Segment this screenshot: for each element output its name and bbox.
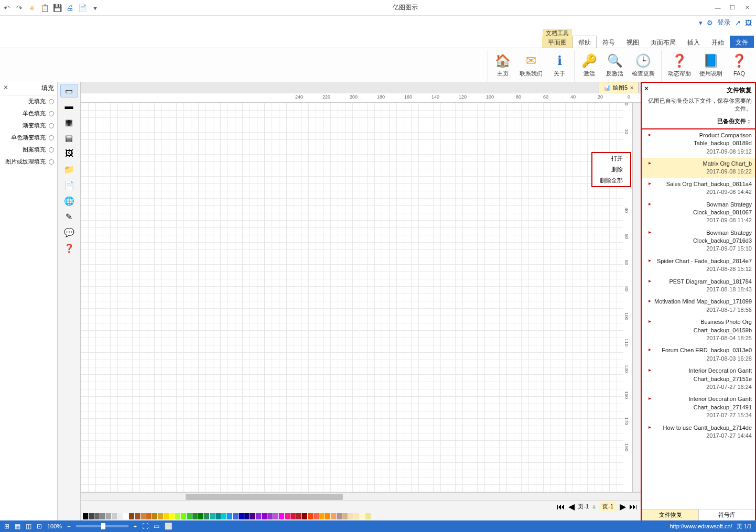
color-swatch[interactable] <box>89 513 94 519</box>
fullscreen-icon[interactable]: ⬜ <box>165 523 172 530</box>
drawing-canvas[interactable] <box>81 103 623 492</box>
recovery-list[interactable]: ▸Product Comparison Table_backup_08189d2… <box>642 129 755 509</box>
recovery-item[interactable]: ▸Business Photo Org Chart_backup_04159b2… <box>642 316 755 344</box>
color-swatch[interactable] <box>308 513 313 519</box>
color-swatch[interactable] <box>169 513 175 519</box>
ribbon-button-2-2[interactable]: ℹ关于 <box>548 50 571 79</box>
color-swatch[interactable] <box>302 513 307 519</box>
page-tab[interactable]: 页-1 <box>599 502 617 511</box>
fill-panel-close-icon[interactable]: ✕ <box>3 84 8 93</box>
color-swatch[interactable] <box>365 513 371 519</box>
color-swatch[interactable] <box>290 513 296 519</box>
recovery-item[interactable]: ▸Bowman Strategy Clock_backup_0716d32017… <box>642 227 755 255</box>
color-swatch[interactable] <box>146 513 152 519</box>
recovery-close-icon[interactable]: ✕ <box>644 85 649 92</box>
color-swatch[interactable] <box>221 513 226 519</box>
palette-tool-4[interactable]: 🖼 <box>60 147 78 160</box>
ribbon-button-0-0[interactable]: ❓动态帮助 <box>665 50 694 79</box>
maximize-button[interactable]: ☐ <box>726 2 739 14</box>
ribbon-tab-7[interactable]: 平面图文档工具 <box>542 36 573 48</box>
palette-tool-3[interactable]: ▤ <box>60 131 78 145</box>
ribbon-tab-1[interactable]: 开始 <box>706 36 730 48</box>
grid-view-icon[interactable]: ⊞ <box>4 523 9 530</box>
recovery-item[interactable]: ▸Matrix Org Chart_b2017-09-08 16:22 <box>642 158 755 178</box>
titlebar-icon-3[interactable]: 📋 <box>40 3 49 13</box>
recovery-item[interactable]: ▸Product Comparison Table_backup_08189d2… <box>642 129 755 158</box>
recovery-bottom-tab-0[interactable]: 符号库 <box>698 509 755 520</box>
recovery-item[interactable]: ▸Spider Chart - Fade_backup_2814e72017-0… <box>642 255 755 276</box>
palette-tool-9[interactable]: 💬 <box>60 225 78 239</box>
document-tab[interactable]: 📊 绘图5 ✕ <box>599 82 639 93</box>
palette-tool-6[interactable]: 📄 <box>60 178 78 192</box>
palette-tool-10[interactable]: ❓ <box>60 241 78 255</box>
color-swatch[interactable] <box>319 513 325 519</box>
scrollbar-horizontal[interactable] <box>81 492 641 501</box>
page-nav-prev-icon[interactable]: ◀ <box>568 502 575 512</box>
image-icon[interactable]: 🖼 <box>745 19 752 27</box>
snap-icon[interactable]: ◫ <box>26 523 31 530</box>
ribbon-button-1-0[interactable]: 🔑激活 <box>578 50 601 79</box>
color-swatch[interactable] <box>158 513 163 519</box>
recovery-bottom-tab-1[interactable]: 文件恢复 <box>642 509 698 520</box>
ribbon-tab-4[interactable]: 视图 <box>621 36 645 48</box>
palette-tool-5[interactable]: 📁 <box>60 162 78 176</box>
context-menu-item-2[interactable]: 删除全部 <box>592 175 630 186</box>
page-tab-dup[interactable]: 页-1 <box>578 503 589 511</box>
scrollbar-vertical[interactable] <box>632 103 641 492</box>
qab-dropdown-icon[interactable]: ▾ <box>699 19 703 27</box>
color-swatch[interactable] <box>279 513 284 519</box>
fill-option-0[interactable]: 无填充 <box>0 95 57 107</box>
ribbon-button-0-1[interactable]: 📘使用说明 <box>696 50 726 79</box>
color-swatch[interactable] <box>285 513 290 519</box>
ruler-icon[interactable]: ▦ <box>15 523 20 530</box>
titlebar-icon-5[interactable]: 🖨 <box>65 3 74 13</box>
color-swatch[interactable] <box>152 513 157 519</box>
palette-tool-1[interactable]: ▬ <box>60 100 78 113</box>
add-page-button[interactable]: + <box>592 503 596 511</box>
ribbon-button-1-1[interactable]: 🔍反激活 <box>603 50 627 79</box>
color-swatch[interactable] <box>262 513 267 519</box>
login-link[interactable]: 登录 <box>717 18 731 27</box>
settings-icon[interactable]: ⚙ <box>707 19 713 27</box>
color-swatch[interactable] <box>296 513 301 519</box>
color-swatch[interactable] <box>181 513 186 519</box>
zoom-slider[interactable] <box>76 525 128 527</box>
zoom-out-button[interactable]: − <box>67 523 70 529</box>
color-swatch[interactable] <box>192 513 198 519</box>
color-swatch[interactable] <box>337 513 342 519</box>
ribbon-tab-3[interactable]: 页面布局 <box>645 36 682 48</box>
palette-tool-8[interactable]: ✎ <box>60 210 78 223</box>
ribbon-button-2-1[interactable]: ✉联系我们 <box>516 50 546 79</box>
fill-option-5[interactable]: 图片或纹理填充 <box>0 156 57 168</box>
doc-tab-close-icon[interactable]: ✕ <box>630 85 634 91</box>
fit-page-icon[interactable]: ⛶ <box>142 523 148 530</box>
color-swatch[interactable] <box>112 513 117 519</box>
color-swatch[interactable] <box>348 513 353 519</box>
page-mode-icon[interactable]: ▭ <box>154 523 159 530</box>
ribbon-tab-6[interactable]: 帮助 <box>573 36 597 48</box>
ribbon-button-1-2[interactable]: 🕒检查更新 <box>629 50 658 79</box>
recovery-item[interactable]: ▸Interior Decoration Gantt Chart_backup_… <box>642 365 755 393</box>
close-button[interactable]: ✕ <box>740 2 754 14</box>
color-swatch[interactable] <box>331 513 336 519</box>
recovery-item[interactable]: ▸How to use Gantt_backup_2714de2017-07-2… <box>642 422 755 442</box>
recovery-item[interactable]: ▸Forum Chen ERD_backup_0313e02017-08-03 … <box>642 344 755 365</box>
guides-icon[interactable]: ⊡ <box>37 523 42 530</box>
color-swatch[interactable] <box>239 513 244 519</box>
color-swatch[interactable] <box>129 513 134 519</box>
page-nav-last-icon[interactable]: ⏭ <box>629 502 638 512</box>
recovery-item[interactable]: ▸Sales Org Chart_backup_0811a42017-09-08… <box>642 178 755 199</box>
color-swatch[interactable] <box>117 513 123 519</box>
ribbon-button-2-0[interactable]: 🏠主页 <box>491 50 514 79</box>
color-swatch[interactable] <box>123 513 128 519</box>
zoom-thumb[interactable] <box>101 523 105 529</box>
recovery-item[interactable]: ▸Interior Decoration Gantt Chart_backup_… <box>642 393 755 421</box>
color-swatch[interactable] <box>273 513 278 519</box>
color-swatch[interactable] <box>325 513 330 519</box>
titlebar-icon-7[interactable]: ▾ <box>90 3 100 13</box>
page-nav-next-icon[interactable]: ▶ <box>620 502 626 512</box>
ribbon-tab-0[interactable]: 文件 <box>730 36 754 48</box>
color-swatch[interactable] <box>267 513 273 519</box>
titlebar-icon-4[interactable]: 💾 <box>52 3 62 13</box>
page-nav-first-icon[interactable]: ⏮ <box>557 502 565 512</box>
